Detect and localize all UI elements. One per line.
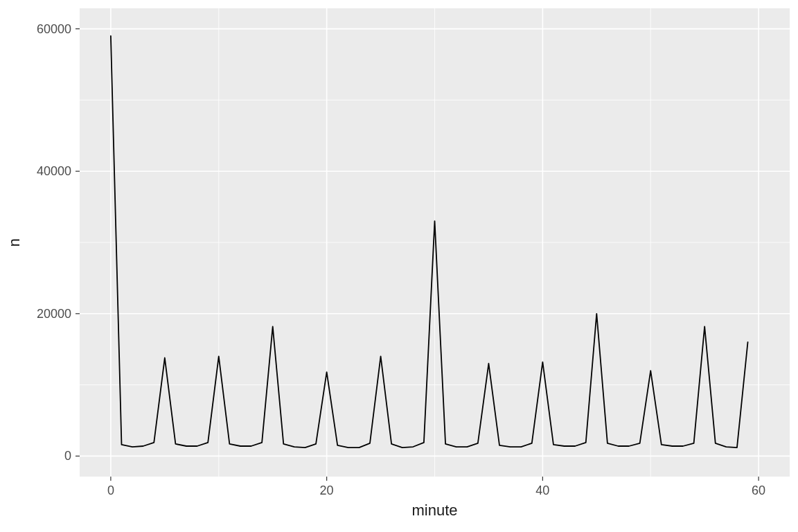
- x-axis-title: minute: [411, 502, 457, 519]
- x-tick-label: 40: [535, 484, 549, 497]
- line-chart: 02040600200004000060000minuten: [0, 0, 798, 532]
- y-axis-title: n: [6, 238, 23, 247]
- y-tick-label: 60000: [37, 22, 71, 36]
- y-tick-label: 0: [64, 449, 71, 463]
- y-tick-label: 40000: [37, 164, 71, 178]
- x-tick-label: 0: [107, 484, 114, 497]
- chart-container: 02040600200004000060000minuten: [0, 0, 798, 532]
- y-tick-label: 20000: [37, 307, 71, 321]
- x-tick-label: 20: [320, 484, 334, 497]
- x-tick-label: 60: [752, 484, 765, 497]
